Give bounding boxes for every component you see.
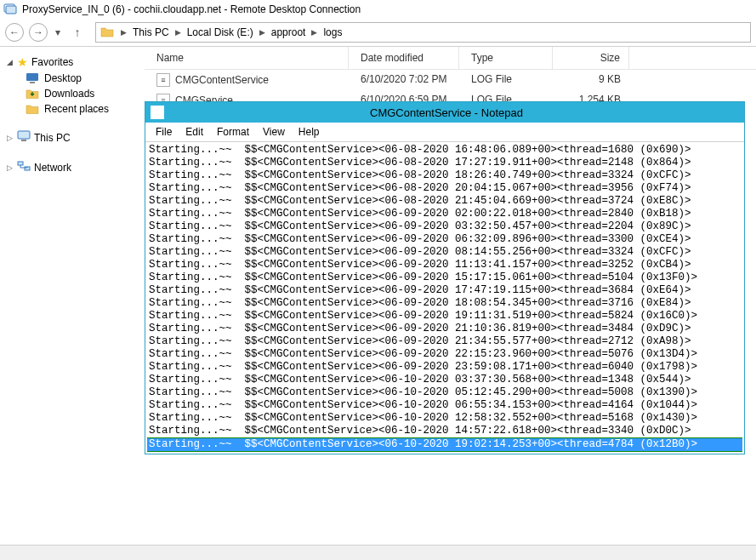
crumb-drive[interactable]: Local Disk (E:): [184, 25, 257, 40]
sidebar-item-desktop[interactable]: Desktop: [5, 71, 139, 86]
log-line[interactable]: Starting...~~ $$<CMGContentService><06-0…: [147, 246, 742, 259]
log-line[interactable]: Starting...~~ $$<CMGContentService><06-0…: [147, 220, 742, 233]
log-line[interactable]: Starting...~~ $$<CMGContentService><06-0…: [147, 182, 742, 195]
sidebar-label: Network: [34, 162, 71, 174]
file-type: LOG File: [459, 70, 553, 90]
notepad-text-area[interactable]: Starting...~~ $$<CMGContentService><06-0…: [145, 142, 744, 454]
log-line[interactable]: Starting...~~ $$<CMGContentService><06-0…: [147, 233, 742, 246]
menu-help[interactable]: Help: [293, 124, 328, 140]
log-line[interactable]: Starting...~~ $$<CMGContentService><06-0…: [147, 361, 742, 374]
nav-up-button[interactable]: ↑: [68, 23, 87, 42]
file-icon: ≡: [156, 73, 170, 87]
col-header-name[interactable]: Name: [145, 47, 349, 69]
sidebar-item-network[interactable]: ▷ Network: [5, 158, 139, 176]
rdc-title-text: ProxyService_IN_0 (6) - cochii.cloudapp.…: [22, 3, 361, 15]
log-line[interactable]: Starting...~~ $$<CMGContentService><06-0…: [147, 323, 742, 335]
notepad-title-bar[interactable]: CMGContentService - Notepad: [145, 102, 744, 123]
file-row[interactable]: ≡CMGContentService6/10/2020 7:02 PMLOG F…: [145, 70, 756, 90]
notepad-title-text: CMGContentService - Notepad: [169, 106, 744, 119]
menu-file[interactable]: File: [151, 124, 180, 140]
file-date: 6/10/2020 7:02 PM: [349, 70, 459, 90]
sidebar-item-downloads[interactable]: Downloads: [5, 86, 139, 101]
network-icon: [17, 160, 31, 174]
sidebar-label: Favorites: [31, 56, 73, 68]
sidebar-item-recent[interactable]: Recent places: [5, 101, 139, 117]
log-line[interactable]: Starting...~~ $$<CMGContentService><06-1…: [147, 399, 742, 412]
col-header-type[interactable]: Type: [459, 47, 553, 69]
recent-icon: [26, 103, 39, 115]
nav-back-button[interactable]: ←: [5, 23, 24, 42]
chevron-right-icon: ▷: [5, 134, 14, 142]
log-line[interactable]: Starting...~~ $$<CMGContentService><06-0…: [147, 208, 742, 220]
menu-view[interactable]: View: [258, 124, 293, 140]
rdc-title-bar: ProxyService_IN_0 (6) - cochii.cloudapp.…: [0, 0, 756, 19]
chevron-right-icon: ▶: [309, 28, 320, 37]
status-bar: [0, 545, 756, 560]
chevron-right-icon: ▶: [257, 28, 268, 37]
notepad-menu-bar: File Edit Format View Help: [145, 123, 744, 142]
explorer-nav-bar: ← → ▾ ↑ ▶ This PC ▶ Local Disk (E:) ▶ ap…: [0, 19, 756, 46]
address-bar[interactable]: ▶ This PC ▶ Local Disk (E:) ▶ approot ▶ …: [95, 22, 751, 43]
breadcrumb: ▶ This PC ▶ Local Disk (E:) ▶ approot ▶ …: [118, 25, 345, 40]
explorer-content: Name Date modified Type Size ≡CMGContent…: [145, 47, 756, 545]
downloads-icon: [26, 88, 39, 100]
sidebar-label: This PC: [34, 132, 71, 144]
log-line[interactable]: Starting...~~ $$<CMGContentService><06-1…: [147, 412, 742, 425]
chevron-right-icon: ▷: [5, 163, 14, 172]
file-name: CMGContentService: [175, 74, 269, 86]
sidebar-label: Desktop: [44, 72, 82, 84]
svg-rect-2: [26, 73, 38, 81]
col-header-size[interactable]: Size: [553, 47, 629, 69]
nav-history-dropdown[interactable]: ▾: [53, 23, 63, 42]
log-line[interactable]: Starting...~~ $$<CMGContentService><06-1…: [147, 425, 742, 437]
chevron-right-icon[interactable]: ▶: [118, 28, 129, 37]
menu-edit[interactable]: Edit: [180, 124, 212, 140]
sidebar-item-thispc[interactable]: ▷ This PC: [5, 129, 139, 146]
crumb-logs[interactable]: logs: [320, 25, 345, 40]
log-line[interactable]: Starting...~~ $$<CMGContentService><06-0…: [147, 348, 742, 361]
file-size: 9 KB: [553, 70, 629, 90]
log-line[interactable]: Starting...~~ $$<CMGContentService><06-0…: [147, 169, 742, 182]
sidebar-label: Recent places: [44, 103, 109, 115]
log-line[interactable]: Starting...~~ $$<CMGContentService><06-0…: [147, 284, 742, 297]
log-line[interactable]: Starting...~~ $$<CMGContentService><06-0…: [147, 310, 742, 323]
log-line[interactable]: Starting...~~ $$<CMGContentService><06-1…: [147, 437, 742, 452]
rdc-icon: [3, 3, 17, 16]
computer-icon: [17, 130, 31, 145]
log-line[interactable]: Starting...~~ $$<CMGContentService><06-0…: [147, 335, 742, 348]
notepad-window: CMGContentService - Notepad File Edit Fo…: [145, 101, 745, 454]
svg-rect-5: [21, 140, 26, 141]
svg-rect-6: [18, 162, 23, 165]
log-line[interactable]: Starting...~~ $$<CMGContentService><06-0…: [147, 195, 742, 208]
crumb-approot[interactable]: approot: [268, 25, 310, 40]
svg-rect-3: [30, 82, 35, 83]
desktop-icon: [26, 72, 39, 84]
log-line[interactable]: Starting...~~ $$<CMGContentService><06-0…: [147, 297, 742, 310]
notepad-icon: [151, 106, 164, 119]
star-icon: ★: [17, 55, 28, 69]
log-line[interactable]: Starting...~~ $$<CMGContentService><06-0…: [147, 259, 742, 271]
sidebar-favorites-header[interactable]: ◢ ★ Favorites: [5, 54, 139, 71]
log-line[interactable]: Starting...~~ $$<CMGContentService><06-0…: [147, 271, 742, 284]
sidebar-label: Downloads: [44, 88, 94, 100]
chevron-down-icon: ◢: [5, 58, 14, 66]
chevron-right-icon: ▶: [173, 28, 184, 37]
crumb-root[interactable]: This PC: [129, 25, 173, 40]
log-line[interactable]: Starting...~~ $$<CMGContentService><06-0…: [147, 144, 742, 157]
svg-rect-1: [6, 6, 16, 14]
log-line[interactable]: Starting...~~ $$<CMGContentService><06-1…: [147, 386, 742, 399]
log-line[interactable]: Starting...~~ $$<CMGContentService><06-1…: [147, 374, 742, 386]
log-line[interactable]: Starting...~~ $$<CMGContentService><06-0…: [147, 157, 742, 169]
folder-icon: [99, 25, 115, 40]
menu-format[interactable]: Format: [212, 124, 258, 140]
svg-rect-4: [18, 131, 30, 139]
explorer-sidebar: ◢ ★ Favorites Desktop Downloads Recent p…: [0, 47, 145, 545]
col-header-date[interactable]: Date modified: [349, 47, 459, 69]
file-list-header: Name Date modified Type Size: [145, 47, 756, 70]
nav-forward-button[interactable]: →: [29, 23, 48, 42]
